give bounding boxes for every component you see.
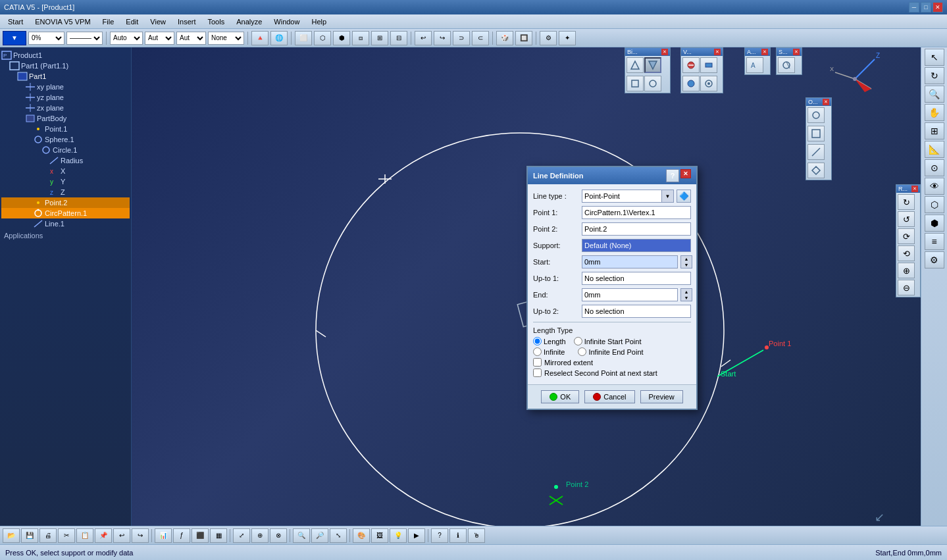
tb-icon-5[interactable]: ⬢: [333, 31, 350, 45]
tb-icon-10[interactable]: ↪: [434, 31, 451, 45]
bt-save-btn[interactable]: 💾: [21, 528, 38, 543]
bt-open-btn[interactable]: 📂: [3, 528, 20, 543]
bt-pointer-btn[interactable]: 🖱: [468, 528, 485, 543]
auto-select1[interactable]: Auto: [110, 32, 143, 45]
tb-icon-13[interactable]: 🎲: [496, 31, 513, 45]
r-btn-1[interactable]: ↻: [898, 194, 915, 210]
rt-rotate-btn[interactable]: ↻: [925, 67, 944, 84]
tree-z-axis[interactable]: z Z: [1, 187, 130, 197]
bt-texture-btn[interactable]: 🖼: [371, 528, 388, 543]
rt-select-btn[interactable]: ↖: [925, 49, 944, 66]
o-btn-1[interactable]: [807, 107, 825, 123]
auto-select3[interactable]: Aut: [176, 32, 206, 45]
tb-icon-16[interactable]: ✦: [559, 31, 576, 45]
bt-render-btn[interactable]: 🎨: [353, 528, 370, 543]
tree-zx-plane[interactable]: zx plane: [1, 103, 130, 113]
s-btn-1[interactable]: [778, 57, 795, 73]
start-input[interactable]: [582, 255, 678, 268]
r-btn-6[interactable]: ⊖: [898, 280, 915, 295]
tree-point1[interactable]: Point.1: [1, 124, 130, 134]
lt-length-radio[interactable]: [533, 337, 542, 345]
bt-grid-btn[interactable]: ▦: [210, 528, 227, 543]
tb-icon-3[interactable]: ⬜: [295, 31, 312, 45]
r-btn-3[interactable]: ⟳: [898, 228, 915, 244]
tree-product1[interactable]: P Product1: [1, 50, 130, 61]
dialog-close-button[interactable]: ✕: [680, 169, 691, 178]
bi-btn-3[interactable]: [627, 76, 644, 91]
cancel-button[interactable]: Cancel: [584, 390, 634, 403]
bt-help-btn[interactable]: ?: [431, 528, 448, 543]
tree-yz-plane[interactable]: yz plane: [1, 92, 130, 103]
o-toolbar-header[interactable]: O... ✕: [806, 98, 831, 106]
upto2-input[interactable]: [582, 305, 691, 318]
tree-part1[interactable]: Part1: [1, 71, 130, 82]
close-button[interactable]: ✕: [933, 2, 943, 13]
menu-start[interactable]: Start: [3, 16, 28, 27]
bt-snap2-btn[interactable]: ⊕: [251, 528, 269, 543]
bi-toolbar-header[interactable]: Bi... ✕: [625, 48, 670, 56]
menu-window[interactable]: Window: [269, 16, 305, 27]
tb-icon-6[interactable]: ⧈: [352, 31, 369, 45]
a-btn-1[interactable]: A: [746, 57, 763, 73]
tb-icon-9[interactable]: ↩: [415, 31, 432, 45]
rt-shading-btn[interactable]: ⬢: [925, 215, 944, 232]
ok-button[interactable]: OK: [541, 390, 579, 403]
minimize-button[interactable]: ─: [909, 2, 919, 13]
line-type-arrow[interactable]: ▼: [662, 190, 674, 203]
menu-edit[interactable]: Edit: [120, 16, 143, 27]
end-spinner-down[interactable]: ▼: [681, 295, 692, 301]
reselect-checkbox[interactable]: [533, 369, 542, 377]
bt-animation-btn[interactable]: ▶: [408, 528, 425, 543]
menu-tools[interactable]: Tools: [202, 16, 230, 27]
bt-zoomout-btn[interactable]: 🔎: [311, 528, 328, 543]
bt-undo-btn[interactable]: ↩: [113, 528, 130, 543]
v-btn-1[interactable]: [682, 57, 700, 73]
tree-part1-parent[interactable]: Part1 (Part1.1): [1, 61, 130, 71]
tb-icon-11[interactable]: ⊃: [453, 31, 470, 45]
start-spinner-up[interactable]: ▲: [681, 256, 692, 262]
tree-line1[interactable]: Line.1: [1, 218, 130, 229]
support-input[interactable]: [582, 239, 691, 252]
o-btn-3[interactable]: [807, 144, 825, 160]
tb-icon-8[interactable]: ⊟: [390, 31, 407, 45]
rt-pan-btn[interactable]: ✋: [925, 104, 944, 121]
v-btn-4[interactable]: [700, 76, 717, 91]
lt-infinite-start-radio[interactable]: [574, 337, 582, 345]
start-spinner-down[interactable]: ▼: [681, 262, 692, 268]
dialog-help-button[interactable]: ?: [666, 169, 679, 182]
o-btn-2[interactable]: [807, 126, 825, 141]
tree-y-axis[interactable]: y Y: [1, 176, 130, 187]
r-toolbar-header[interactable]: R... ✕: [896, 185, 920, 193]
bt-copy-btn[interactable]: 📋: [76, 528, 93, 543]
rt-snap-btn[interactable]: ⊙: [925, 159, 944, 176]
bt-measure2-btn[interactable]: ⬛: [192, 528, 209, 543]
maximize-button[interactable]: □: [921, 2, 931, 13]
menu-enovia[interactable]: ENOVIA V5 VPM: [30, 16, 95, 27]
bt-paste-btn[interactable]: 📌: [95, 528, 112, 543]
a-toolbar-header[interactable]: A... ✕: [745, 48, 770, 56]
v-toolbar-header[interactable]: V... ✕: [681, 48, 723, 56]
v-btn-2[interactable]: [700, 57, 717, 73]
bt-move-btn[interactable]: ⤢: [233, 528, 250, 543]
end-input[interactable]: [582, 288, 678, 301]
tb-icon-7[interactable]: ⊞: [371, 31, 388, 45]
r-btn-2[interactable]: ↺: [898, 211, 915, 227]
zoom-select[interactable]: 0%50%100%: [28, 32, 64, 45]
bt-zoomin-btn[interactable]: 🔍: [293, 528, 310, 543]
tb-icon-12[interactable]: ⊂: [472, 31, 489, 45]
point2-input[interactable]: [582, 222, 691, 236]
mirrored-checkbox[interactable]: [533, 358, 542, 367]
tree-circle1[interactable]: Circle.1: [1, 145, 130, 155]
tree-point2[interactable]: Point.2: [1, 197, 130, 208]
tree-sphere1[interactable]: Sphere.1: [1, 134, 130, 145]
o-btn-4[interactable]: [807, 163, 825, 178]
tree-circpattern1[interactable]: CircPattern.1: [1, 208, 130, 218]
v-close-button[interactable]: ✕: [714, 49, 721, 55]
bt-constraint-btn[interactable]: ⊗: [270, 528, 287, 543]
bt-info-btn[interactable]: ℹ: [449, 528, 467, 543]
s-toolbar-header[interactable]: S... ✕: [777, 48, 802, 56]
tb-icon-2[interactable]: 🌐: [270, 31, 288, 45]
lt-infinite-radio[interactable]: [533, 347, 542, 356]
menu-help[interactable]: Help: [306, 16, 332, 27]
tree-x-axis[interactable]: x X: [1, 166, 130, 176]
